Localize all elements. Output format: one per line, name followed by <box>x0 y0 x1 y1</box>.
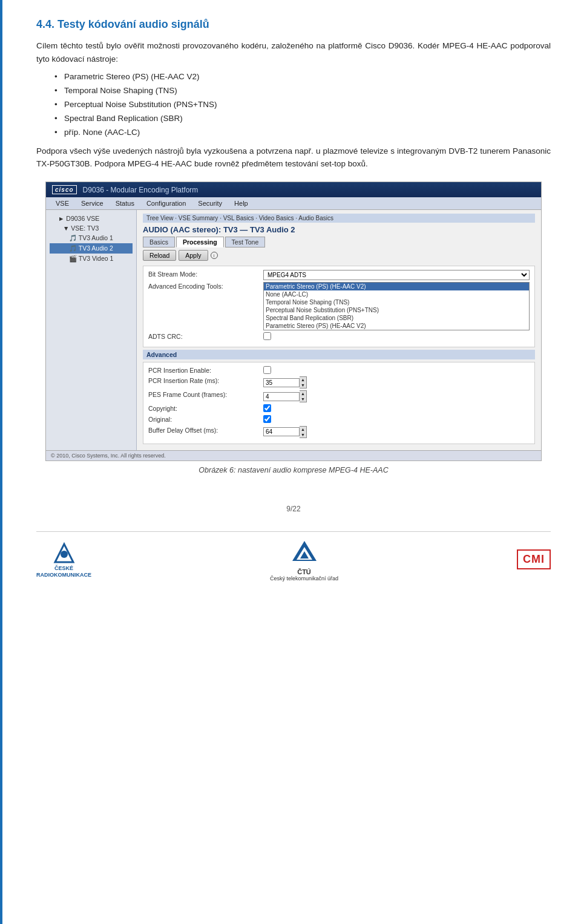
ctu-abbr: ČTÚ <box>297 568 311 575</box>
logo-cr: ČESKÉ RADIOKOMUNIKACE <box>36 541 91 578</box>
pcr-rate-label: PCR Insertion Rate (ms): <box>148 376 263 385</box>
copyright-label: Copyright: <box>148 404 263 413</box>
dropdown-option-1[interactable]: None (AAC-LC) <box>264 290 529 298</box>
menu-configuration[interactable]: Configuration <box>140 198 192 208</box>
menu-status[interactable]: Status <box>110 198 140 208</box>
pcr-enable-label: PCR Insertion Enable: <box>148 366 263 375</box>
info-icon[interactable]: i <box>211 252 218 259</box>
list-item: příp. None (AAC-LC) <box>54 126 551 140</box>
advanced-divider: Advanced <box>143 350 535 359</box>
dropdown-option-2[interactable]: Temporal Noise Shaping (TNS) <box>264 298 529 306</box>
pes-count-down[interactable]: ▼ <box>300 396 306 402</box>
pcr-rate-arrows: ▲ ▼ <box>300 376 307 388</box>
copyright-checkbox-wrap <box>263 404 530 412</box>
sidebar-item-tv3-video1[interactable]: 🎬 TV3 Video 1 <box>50 254 133 264</box>
adts-crc-checkbox[interactable] <box>263 332 271 340</box>
buffer-delay-input[interactable] <box>263 427 300 436</box>
sidebar-item-vse[interactable]: ► D9036 VSE <box>50 214 133 223</box>
encoding-dropdown-list: Parametric Stereo (PS) (HE-AAC V2) None … <box>263 282 530 330</box>
screenshot: cisco D9036 - Modular Encoding Platform … <box>45 182 542 461</box>
menu-help[interactable]: Help <box>228 198 254 208</box>
pcr-rate-input[interactable] <box>263 378 300 387</box>
dropdown-option-5[interactable]: Parametric Stereo (PS) (HE-AAC V2) <box>264 322 529 330</box>
menubar: VSE Service Status Configuration Securit… <box>46 197 541 210</box>
sidebar: ► D9036 VSE ▼ VSE: TV3 🎵 TV3 Audio 1 🎵 T… <box>46 210 137 450</box>
sidebar-item-vse-tv3[interactable]: ▼ VSE: TV3 <box>50 223 133 233</box>
original-row: Original: <box>148 415 530 424</box>
sidebar-item-tv3-audio2[interactable]: 🎵 TV3 Audio 2 <box>50 243 133 254</box>
encoding-tools-row: Advanced Encoding Tools: Parametric Ster… <box>148 282 530 330</box>
btn-bar: Reload Apply i <box>143 250 535 261</box>
menu-security[interactable]: Security <box>192 198 228 208</box>
buffer-delay-arrows: ▲ ▼ <box>300 426 307 438</box>
main-content: Tree View · VSE Summary · VSL Basics · V… <box>137 210 541 450</box>
ctu-text: Český telekomunikační úřad <box>270 575 338 582</box>
dropdown-option-4[interactable]: Spectral Band Replication (SBR) <box>264 314 529 322</box>
pcr-rate-row: PCR Insertion Rate (ms): ▲ ▼ <box>148 376 530 388</box>
buffer-delay-down[interactable]: ▼ <box>300 432 306 437</box>
adts-crc-row: ADTS CRC: <box>148 332 530 341</box>
dropdown-option-3[interactable]: Perceptual Noise Substitution (PNS+TNS) <box>264 306 529 314</box>
pcr-enable-checkbox-wrap <box>263 366 530 374</box>
app-body: ► D9036 VSE ▼ VSE: TV3 🎵 TV3 Audio 1 🎵 T… <box>46 210 541 450</box>
cisco-logo: cisco <box>52 185 77 194</box>
encoding-tools-dropdown: Parametric Stereo (PS) (HE-AAC V2) None … <box>263 282 530 330</box>
buffer-delay-up[interactable]: ▲ <box>300 427 306 432</box>
pcr-rate-down[interactable]: ▼ <box>300 382 306 388</box>
tab-testtone[interactable]: Test Tone <box>225 237 266 247</box>
cisco-footer: © 2010, Cisco Systems, Inc. All rights r… <box>46 450 541 460</box>
figure-caption: Obrázek 6: nastavení audio komprese MPEG… <box>36 466 551 474</box>
bullet-list: Parametric Stereo (PS) (HE-AAC V2) Tempo… <box>54 70 551 140</box>
tab-processing[interactable]: Processing <box>176 237 224 247</box>
copyright-row: Copyright: <box>148 404 530 413</box>
dropdown-option-0[interactable]: Parametric Stereo (PS) (HE-AAC V2) <box>264 283 529 290</box>
pcr-rate-up[interactable]: ▲ <box>300 377 306 382</box>
pes-count-row: PES Frame Count (frames): ▲ ▼ <box>148 390 530 402</box>
buffer-delay-row: Buffer Delay Offset (ms): ▲ ▼ <box>148 426 530 438</box>
menu-service[interactable]: Service <box>75 198 110 208</box>
adts-crc-checkbox-wrap <box>263 332 530 340</box>
reload-button[interactable]: Reload <box>143 250 176 261</box>
list-item: Perceptual Noise Substitution (PNS+TNS) <box>54 98 551 112</box>
pcr-enable-checkbox[interactable] <box>263 366 271 374</box>
audio-title: AUDIO (AAC stereo): TV3 — TV3 Audio 2 <box>143 225 535 234</box>
list-item: Parametric Stereo (PS) (HE-AAC V2) <box>54 70 551 84</box>
menu-vse[interactable]: VSE <box>50 198 75 208</box>
breadcrumb: Tree View · VSE Summary · VSL Basics · V… <box>143 214 535 223</box>
list-item: Spectral Band Replication (SBR) <box>54 112 551 126</box>
cr-symbol-icon <box>49 541 79 565</box>
pes-count-label: PES Frame Count (frames): <box>148 390 263 399</box>
pes-count-up[interactable]: ▲ <box>300 391 306 396</box>
section-heading: 4.4. Testy kódování audio signálů <box>36 18 551 31</box>
pcr-enable-row: PCR Insertion Enable: <box>148 366 530 375</box>
titlebar-text: D9036 - Modular Encoding Platform <box>83 186 199 194</box>
adts-crc-value <box>263 332 530 340</box>
advanced-form-section: PCR Insertion Enable: PCR Insertion Rate… <box>143 362 535 444</box>
titlebar: cisco D9036 - Modular Encoding Platform <box>46 182 541 197</box>
logo-cmi: CMI <box>517 549 551 569</box>
original-label: Original: <box>148 415 263 424</box>
copyright-checkbox[interactable] <box>263 404 271 412</box>
pes-count-input[interactable] <box>263 392 300 401</box>
adts-crc-label: ADTS CRC: <box>148 332 263 341</box>
paragraph-1: Cílem těchto testů bylo ověřit možnosti … <box>36 39 551 65</box>
list-item: Temporal Noise Shaping (TNS) <box>54 84 551 98</box>
buffer-delay-label: Buffer Delay Offset (ms): <box>148 426 263 435</box>
bitstream-select[interactable]: MPEG4 ADTS <box>263 270 530 280</box>
section-number: 4.4. <box>36 18 54 30</box>
apply-button[interactable]: Apply <box>179 250 208 261</box>
footer-logos: ČESKÉ RADIOKOMUNIKACE ČTÚ Český telekomu… <box>36 531 551 582</box>
pes-count-arrows: ▲ ▼ <box>300 390 307 402</box>
sidebar-item-tv3-audio1[interactable]: 🎵 TV3 Audio 1 <box>50 233 133 243</box>
logo-cr-text-line2: RADIOKOMUNIKACE <box>36 572 91 578</box>
logo-cr-text-line1: ČESKÉ <box>54 565 73 572</box>
bitstream-value: MPEG4 ADTS <box>263 270 530 280</box>
ctu-symbol-icon <box>289 538 320 568</box>
tab-basics[interactable]: Basics <box>143 237 175 247</box>
pes-count-spinbox: ▲ ▼ <box>263 390 312 402</box>
original-checkbox-wrap <box>263 415 530 423</box>
cmi-text: CMI <box>517 549 551 569</box>
original-checkbox[interactable] <box>263 415 271 423</box>
section-title: Testy kódování audio signálů <box>57 18 209 30</box>
logo-ctu: ČTÚ Český telekomunikační úřad <box>270 538 338 582</box>
